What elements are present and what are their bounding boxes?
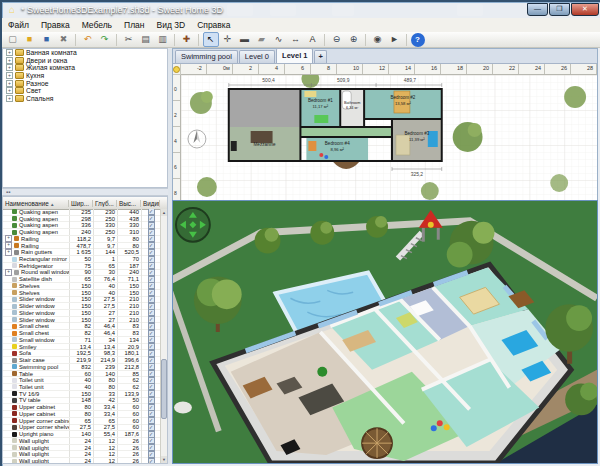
column-header[interactable]: Видим... xyxy=(141,200,160,207)
expand-icon[interactable]: + xyxy=(6,72,13,79)
scroll-down-icon[interactable]: ▼ xyxy=(161,456,167,463)
save-button[interactable]: ■ xyxy=(39,32,55,47)
category-label: Спальня xyxy=(26,95,53,102)
furniture-name: Toilet unit xyxy=(19,384,44,390)
ruler-label: 0 xyxy=(174,86,177,92)
dimension-value: 90 xyxy=(69,269,93,275)
furniture-catalog-tree[interactable]: +Ванная комната+Двери и окна+Жилая комна… xyxy=(2,48,168,188)
dimension-value: 60 xyxy=(69,371,93,377)
row-expand-icon[interactable]: + xyxy=(5,249,12,256)
catalog-category[interactable]: +Свет xyxy=(3,87,167,95)
dimension-value: 27,5 xyxy=(93,303,117,309)
zoom-in-button[interactable]: ⊕ xyxy=(346,32,362,47)
catalog-splitter[interactable]: ▪▪ xyxy=(2,188,168,196)
open-button[interactable]: ■ xyxy=(22,32,38,47)
menu-Вид 3D[interactable]: Вид 3D xyxy=(151,19,192,32)
furniture-name: Quaking aspen xyxy=(19,229,58,235)
expand-icon[interactable]: + xyxy=(6,64,13,71)
3d-navigation-control[interactable] xyxy=(176,208,210,242)
svg-text:Bathroom: Bathroom xyxy=(344,101,360,105)
dimension-value: 82 xyxy=(69,323,93,329)
catalog-category[interactable]: +Разное xyxy=(3,79,167,87)
tree-icon xyxy=(12,216,17,221)
undo-button[interactable]: ↶ xyxy=(80,32,96,47)
zoom-out-button[interactable]: ⊖ xyxy=(329,32,345,47)
cut-button[interactable]: ✂ xyxy=(121,32,137,47)
menu-Справка[interactable]: Справка xyxy=(191,19,236,32)
tab-level-1[interactable]: Level 1 xyxy=(276,48,313,63)
expand-icon[interactable]: + xyxy=(6,49,13,56)
plan-canvas[interactable]: 500,4 509,9 489,7 325,2 Bedroom #1 11,17… xyxy=(181,75,597,200)
column-header[interactable]: Наименование ▲ xyxy=(3,200,69,207)
ruler-corner xyxy=(173,64,181,75)
ruler-label: 4 xyxy=(174,138,177,144)
expand-icon[interactable]: + xyxy=(6,95,13,102)
column-header[interactable]: Выс... xyxy=(117,200,141,207)
catalog-category[interactable]: +Ванная комната xyxy=(3,49,167,57)
catalog-category[interactable]: +Кухня xyxy=(3,72,167,80)
tv-icon xyxy=(12,391,17,396)
create-texts-button[interactable]: A xyxy=(305,32,321,47)
svg-text:325,2: 325,2 xyxy=(411,171,424,177)
dimension-value: 212,8 xyxy=(117,364,141,370)
table-scrollbar[interactable]: ▲ ▼ xyxy=(160,209,167,463)
help-button[interactable]: ? xyxy=(411,33,425,47)
expand-icon[interactable]: + xyxy=(6,87,13,94)
tab-swimming-pool[interactable]: Swimming pool xyxy=(175,50,238,63)
create-rooms-button[interactable]: ▰ xyxy=(254,32,270,47)
menu-Файл[interactable]: Файл xyxy=(2,19,35,32)
expand-icon[interactable]: + xyxy=(6,57,13,64)
table-row[interactable]: Wall uplight241226✓ xyxy=(3,458,160,463)
create-dimensions-button[interactable]: ↔ xyxy=(288,32,304,47)
dimension-value: 133,9 xyxy=(117,391,141,397)
catalog-category[interactable]: +Жилая комната xyxy=(3,64,167,72)
dimension-value: 46,4 xyxy=(93,330,117,336)
menu-План[interactable]: План xyxy=(118,19,151,32)
preferences-button[interactable]: ✖ xyxy=(56,32,72,47)
dimension-value: 12 xyxy=(93,445,117,451)
row-expand-icon[interactable]: + xyxy=(5,269,12,276)
gutter-icon xyxy=(14,250,19,255)
select-mode-button[interactable]: ↖ xyxy=(203,32,219,47)
ruler-label: 24 xyxy=(535,65,541,71)
close-button[interactable]: ✕ xyxy=(571,3,599,16)
catalog-category[interactable]: +Спальня xyxy=(3,95,167,103)
column-header[interactable]: Шир... xyxy=(69,200,93,207)
vertical-ruler: 02468 xyxy=(173,75,181,200)
scroll-thumb[interactable] xyxy=(161,359,167,419)
menu-Правка[interactable]: Правка xyxy=(35,19,76,32)
title-bar[interactable]: ⌂ * SweetHome3DExample7.sh3d - Sweet Hom… xyxy=(2,2,600,18)
paste-button[interactable]: ▥ xyxy=(155,32,171,47)
dimension-value: 12 xyxy=(93,438,117,444)
create-polylines-button[interactable]: ∿ xyxy=(271,32,287,47)
glass-decor xyxy=(332,4,354,16)
dimension-value: 62 xyxy=(117,377,141,383)
light-icon xyxy=(12,452,17,457)
photo-button[interactable]: ◉ xyxy=(370,32,386,47)
add-furniture-button[interactable]: ✚ xyxy=(179,32,195,47)
copy-button[interactable]: ▤ xyxy=(138,32,154,47)
ruler-label: 22 xyxy=(509,65,515,71)
video-button[interactable]: ► xyxy=(387,32,403,47)
pan-mode-button[interactable]: ✛ xyxy=(220,32,236,47)
add-level-tab[interactable]: + xyxy=(314,50,326,63)
dimension-value: 12 xyxy=(93,458,117,463)
create-walls-button[interactable]: ▬ xyxy=(237,32,253,47)
furniture-name: Upper corner shelves xyxy=(19,424,69,430)
minimize-button[interactable]: — xyxy=(527,3,548,16)
furniture-name: Slider window xyxy=(19,303,55,309)
tab-level-0[interactable]: Level 0 xyxy=(239,50,275,63)
menu-Мебель[interactable]: Мебель xyxy=(76,19,118,32)
scroll-up-icon[interactable]: ▲ xyxy=(161,209,167,216)
catalog-category[interactable]: +Двери и окна xyxy=(3,57,167,65)
new-home-button[interactable]: ▢ xyxy=(5,32,21,47)
view-3d-pane[interactable] xyxy=(172,200,598,464)
maximize-button[interactable]: ❐ xyxy=(549,3,570,16)
visible-checkbox[interactable]: ✓ xyxy=(148,458,155,463)
furniture-name: Wall uplight xyxy=(19,445,49,451)
horizontal-ruler: -20м246810121416182022242628 xyxy=(181,64,597,75)
expand-icon[interactable]: + xyxy=(6,80,13,87)
column-header[interactable]: Глуб... xyxy=(93,200,117,207)
furniture-name: Quaking aspen xyxy=(19,222,58,228)
redo-button[interactable]: ↷ xyxy=(97,32,113,47)
